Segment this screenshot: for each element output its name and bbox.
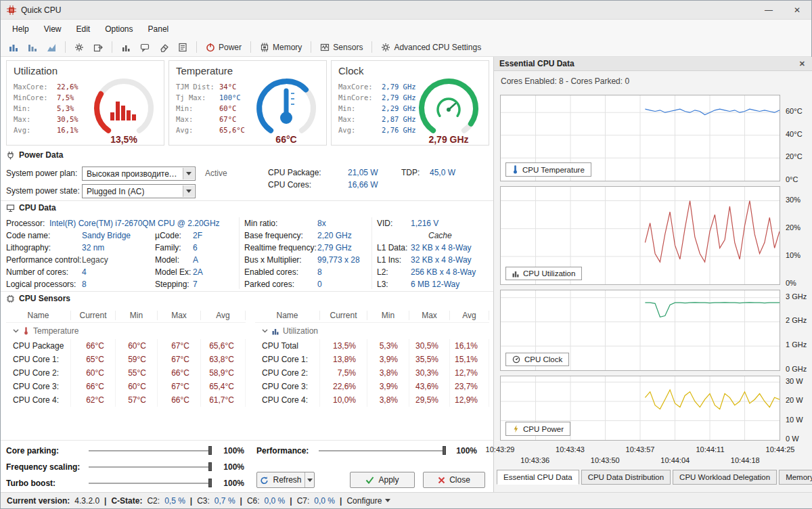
table-row[interactable]: CPU Core 4:62°C57°C66°C61,7°C — [6, 393, 246, 407]
toolbar-separator — [196, 41, 197, 53]
panel-close-icon[interactable]: ✕ — [797, 60, 807, 68]
cpu-sensors-section: CPU Sensors Name Current Min Max Avg Tem… — [1, 291, 493, 440]
y-axis-tick-label: 30 W — [786, 377, 803, 385]
cpu-utilization-chart: 30%20%10%0% CPU Utilization — [494, 186, 812, 285]
utilization-group-row[interactable]: Utilization — [255, 323, 489, 339]
cpu-power-chart-label[interactable]: CPU Power — [505, 422, 570, 436]
column-chart-icon[interactable] — [5, 41, 22, 54]
power-button[interactable]: Power — [202, 40, 246, 54]
power-state-select[interactable]: Plugged In (AC) — [82, 184, 196, 198]
menu-edit[interactable]: Edit — [68, 22, 97, 37]
power-state-label: System power state: — [6, 186, 80, 196]
tab-memory-data[interactable]: Memory Data — [779, 470, 812, 485]
table-row[interactable]: CPU Core 2:7,5%3,8%30,3%12,7% — [255, 366, 489, 380]
field-label: Max: — [176, 115, 219, 123]
menu-view[interactable]: View — [37, 22, 69, 37]
y-axis-tick-label: 0°C — [786, 175, 798, 183]
memory-button[interactable]: Memory — [256, 41, 306, 54]
c3-label: C3: — [197, 496, 210, 506]
field-row: Parked cores:0 — [244, 278, 360, 290]
area-chart-icon[interactable] — [43, 41, 60, 54]
table-row[interactable]: CPU Total13,5%5,3%30,5%16,1% — [255, 339, 489, 353]
tab-essential-cpu-data[interactable]: Essential CPU Data — [497, 470, 579, 485]
log-icon[interactable] — [174, 41, 191, 54]
sensor-name: CPU Core 2: — [255, 366, 320, 380]
menu-help[interactable]: Help — [5, 22, 37, 37]
clock-panel: Clock MaxCore:2,79 GHzMinCore:2,79 GHzMi… — [331, 60, 489, 146]
x-axis-tick-label: 10:44:04 — [660, 456, 690, 464]
bar-graph-icon[interactable] — [24, 41, 41, 54]
tab-cpu-workload-delegation[interactable]: CPU Workload Delegation — [673, 470, 777, 485]
sensors-button-label: Sensors — [333, 43, 363, 52]
thermometer-icon — [512, 165, 518, 174]
sensor-name: CPU Core 2: — [6, 366, 71, 380]
metrics-icon[interactable] — [117, 41, 135, 54]
close-icon[interactable]: ✕ — [783, 1, 811, 19]
field-label: CPU Cores: — [268, 180, 348, 190]
c2-value: 0,5 % — [164, 496, 185, 506]
table-row[interactable]: CPU Core 1:13,8%3,9%35,5%15,1% — [255, 353, 489, 366]
export-icon[interactable] — [89, 41, 107, 54]
cpu-utilization-chart-label[interactable]: CPU Utilization — [505, 267, 582, 280]
cpu-clock-chart-label[interactable]: CPU Clock — [505, 353, 569, 366]
slider-handle[interactable] — [208, 462, 212, 471]
power-plan-label: System power plan: — [6, 169, 77, 178]
field-row: Min:2,29 GHz — [338, 103, 416, 114]
field-row: Avg:2,76 GHz — [338, 125, 416, 135]
sensor-value: 67°C — [158, 339, 201, 353]
frequency-scaling-slider[interactable] — [89, 466, 210, 468]
table-row[interactable]: CPU Core 2:60°C55°C66°C58,9°C — [6, 366, 246, 380]
table-row[interactable]: CPU Core 3:22,6%3,9%43,6%23,7% — [255, 380, 489, 393]
cpu-temperature-chart-label[interactable]: CPU Temperature — [505, 162, 591, 177]
temperature-gauge: 66°C — [248, 76, 324, 145]
cstate-label: C-State: — [111, 496, 142, 506]
field-value: 8 — [82, 280, 87, 289]
sensors-button[interactable]: Sensors — [316, 41, 367, 54]
apply-button[interactable]: Apply — [350, 472, 415, 488]
tdp-reading: TDP:45,0 W — [401, 167, 455, 179]
comment-icon[interactable] — [136, 41, 154, 54]
utilization-value: 13,5% — [86, 134, 162, 145]
table-row[interactable]: CPU Core 1:65°C59°C67°C63,8°C — [6, 353, 246, 366]
processor-value: Intel(R) Core(TM) i7-2670QM CPU @ 2.20GH… — [49, 219, 220, 228]
core-parking-slider[interactable] — [89, 450, 210, 451]
table-row[interactable]: CPU Core 4:10,0%3,8%29,5%12,9% — [255, 393, 489, 407]
minimize-icon[interactable]: — — [754, 1, 783, 19]
refresh-button[interactable]: Refresh — [256, 472, 315, 488]
field-value: 22,6% — [57, 83, 78, 91]
close-button[interactable]: Close — [423, 472, 485, 488]
chart-y-axis: 3 GHz2 GHz1 GHz0 GHz — [784, 290, 812, 371]
y-axis-tick-label: 20 W — [786, 396, 803, 404]
app-icon — [7, 5, 16, 15]
field-label: Parked cores: — [244, 280, 317, 289]
tab-cpu-data-distribution[interactable]: CPU Data Distribution — [581, 470, 671, 485]
performance-slider[interactable] — [319, 450, 445, 451]
field-row: Avg:65,6°C — [176, 125, 245, 135]
c6-label: C6: — [247, 496, 260, 506]
turbo-boost-slider[interactable] — [89, 483, 210, 484]
sensor-value: 61,7°C — [201, 393, 246, 407]
configure-menu[interactable]: Configure — [346, 496, 390, 506]
slider-handle[interactable] — [208, 446, 212, 455]
advanced-cpu-settings-button[interactable]: Advanced CPU Settings — [377, 41, 485, 54]
table-row[interactable]: CPU Package66°C60°C67°C65,6°C — [6, 339, 246, 353]
field-row: L1 Ins:32 KB x 4 8-Way — [377, 254, 476, 266]
separator: | — [104, 496, 106, 506]
sensor-value: 66°C — [158, 393, 201, 407]
gear-icon[interactable] — [70, 41, 88, 54]
refresh-dropdown[interactable] — [304, 472, 314, 487]
table-row[interactable]: CPU Core 3:66°C60°C67°C65,4°C — [6, 380, 246, 393]
temperature-group-row[interactable]: Temperature — [6, 323, 246, 339]
slider-handle[interactable] — [443, 446, 446, 455]
menu-options[interactable]: Options — [97, 22, 140, 37]
sensor-value: 57°C — [116, 393, 158, 407]
sensor-value: 22,6% — [320, 380, 367, 393]
field-row: Performance control:Legacy — [6, 254, 131, 266]
menu-panel[interactable]: Panel — [141, 22, 177, 37]
y-axis-tick-label: 1 GHz — [786, 340, 807, 349]
slider-handle[interactable] — [208, 479, 212, 487]
power-data-section: Power Data System power plan: Высокая пр… — [1, 149, 493, 200]
field-value: 16,1% — [57, 126, 78, 134]
eraser-icon[interactable] — [155, 41, 173, 54]
power-plan-select[interactable]: Высокая производительность — [82, 167, 196, 181]
